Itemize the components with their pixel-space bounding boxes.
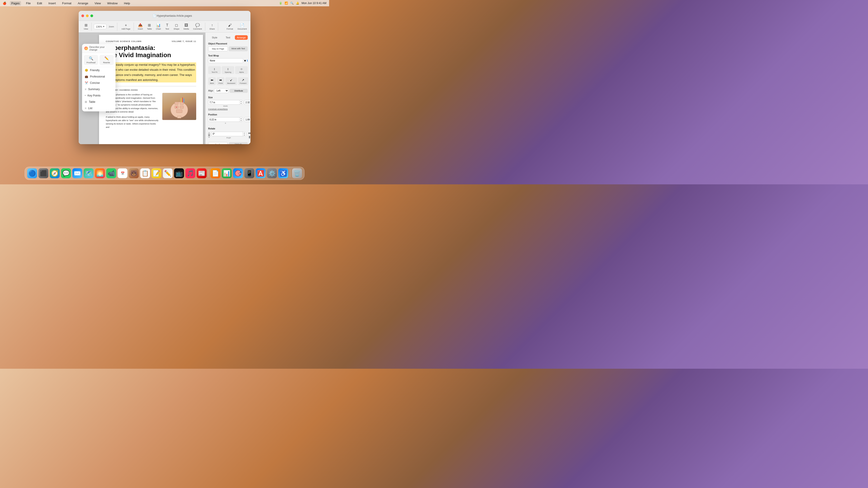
summary-option[interactable]: ≡ Summary <box>82 86 116 92</box>
comment-button[interactable]: 💬 Comment <box>191 22 204 31</box>
dock-launchpad[interactable]: ⬛ <box>38 168 49 178</box>
menu-help[interactable]: Help <box>123 1 131 5</box>
table-button[interactable]: ⊞ Table <box>145 22 154 31</box>
dock-appletv[interactable]: 📺 <box>174 168 184 178</box>
friendly-option[interactable]: 😊 Friendly <box>82 67 116 73</box>
dock-pages[interactable]: 📄 <box>211 168 220 178</box>
dock-finder[interactable]: 🔵 <box>27 168 37 178</box>
minimize-button[interactable] <box>86 14 89 17</box>
tab-arrange[interactable]: Arrange <box>235 35 248 40</box>
menu-arrange[interactable]: Arrange <box>76 1 90 5</box>
front-button[interactable]: ➡ Front <box>217 77 225 85</box>
dock-mirror[interactable]: 📱 <box>244 168 254 178</box>
add-page-button[interactable]: + Add Page <box>120 22 132 31</box>
tab-text[interactable]: Text <box>221 35 235 40</box>
rotation-dial[interactable] <box>208 132 210 138</box>
proofread-button[interactable]: 🔍 Proofread <box>84 55 98 65</box>
app-toolbar: ⊞ View 136% ▾ Zoom + Add Page <box>79 21 250 33</box>
x-input[interactable] <box>209 118 239 122</box>
dock-calendar[interactable]: 📅 <box>118 168 127 178</box>
tab-style[interactable]: Style <box>208 35 221 40</box>
width-up-stepper[interactable]: ▲ <box>239 100 243 102</box>
dock-appstore[interactable]: 🅰️ <box>256 168 266 178</box>
view-button[interactable]: ⊞ View <box>82 22 90 31</box>
alpha-button[interactable]: ○ Alpha <box>235 66 248 74</box>
zoom-label-btn[interactable]: Zoom <box>107 25 116 29</box>
width-down-stepper[interactable]: ▼ <box>239 102 243 104</box>
professional-option[interactable]: 💼 Professional <box>82 73 116 80</box>
rewrite-button[interactable]: ✏️ Rewrite <box>99 55 114 65</box>
doc-header-row: COGNITIVE SCIENCE COLUMN VOLUME 7, ISSUE… <box>106 40 196 43</box>
spacing-button[interactable]: ↕ Spacing <box>222 66 235 74</box>
angle-up-stepper[interactable]: ▲ <box>243 132 246 134</box>
dock-facetime[interactable]: 📹 <box>106 168 116 178</box>
chart-button[interactable]: 📊 Chart <box>154 22 163 31</box>
fit-spacing-alpha-section: ↕ Text Fit ↕ Spacing ○ Alpha <box>208 66 248 74</box>
dock-bear[interactable]: 🐻 <box>129 168 139 178</box>
x-down-stepper[interactable]: ▼ <box>239 120 243 122</box>
x-up-stepper[interactable]: ▲ <box>239 118 243 120</box>
dock-accessibility[interactable]: ♿ <box>278 168 288 178</box>
width-input[interactable] <box>209 101 239 104</box>
doc-image: ♥ <box>162 93 196 120</box>
menu-format[interactable]: Format <box>61 1 73 5</box>
dock-mail[interactable]: ✉️ <box>72 168 82 178</box>
forward-label: Forward <box>240 82 246 84</box>
menu-insert[interactable]: Insert <box>47 1 57 5</box>
format-icon: 🖌 <box>228 23 232 27</box>
constrain-proportions[interactable]: Constrain proportions <box>208 108 248 110</box>
back-button[interactable]: ⬅ Back <box>208 77 216 85</box>
menu-edit[interactable]: Edit <box>36 1 43 5</box>
dock-music[interactable]: 🎵 <box>185 168 195 178</box>
dock-photos[interactable]: 🌅 <box>95 168 105 178</box>
document-button[interactable]: 📄 Document <box>236 22 249 31</box>
forward-button[interactable]: ↗ Forward <box>238 77 248 85</box>
dock-messages[interactable]: 💬 <box>61 168 71 178</box>
angle-down-stepper[interactable]: ▼ <box>243 134 246 136</box>
concise-option[interactable]: ✂️ Concise <box>82 80 116 86</box>
menu-pages[interactable]: Pages <box>10 1 21 5</box>
dock-reminders[interactable]: 📋 <box>140 168 150 178</box>
dock-safari[interactable]: 🧭 <box>50 168 60 178</box>
menubar-notification[interactable]: 🔔 <box>296 2 299 5</box>
table-option[interactable]: ⊞ Table <box>82 99 116 105</box>
backward-button[interactable]: ↙ Backward <box>225 77 237 85</box>
unlock-button[interactable]: Unlock <box>229 142 248 144</box>
menu-view[interactable]: View <box>93 1 102 5</box>
maximize-button[interactable] <box>90 14 93 17</box>
dock-keynote[interactable]: 🎯 <box>233 168 243 178</box>
document-area: ✦ Describe your change 🔍 Proofread ✏️ Re… <box>79 33 205 144</box>
stay-on-page-button[interactable]: Stay on Page <box>208 46 228 51</box>
media-button[interactable]: 🖼 Media <box>182 22 191 31</box>
close-button[interactable] <box>81 14 84 17</box>
doc-byline: WRITTEN BY: XIAOMENG ZHONG <box>106 89 196 91</box>
share-button[interactable]: ↑ Share <box>208 22 217 31</box>
text-fit-button[interactable]: ↕ Text Fit <box>208 66 221 74</box>
insert-button[interactable]: 📥 Insert <box>136 22 145 31</box>
menubar-search[interactable]: 🔍 <box>290 2 293 5</box>
lock-button[interactable]: Lock <box>208 142 228 144</box>
key-points-option[interactable]: • Key Points <box>82 92 116 99</box>
y-input[interactable] <box>244 118 250 122</box>
zoom-control[interactable]: 136% ▾ <box>94 24 106 29</box>
dock-numbers[interactable]: 📊 <box>222 168 232 178</box>
dock-maps[interactable]: 🗺️ <box>84 168 94 178</box>
shape-button[interactable]: ◻ Shape <box>172 22 181 31</box>
list-option[interactable]: ≡ List <box>82 105 116 111</box>
text-button[interactable]: T Text <box>163 22 171 31</box>
dock-settings[interactable]: ⚙️ <box>267 168 277 178</box>
angle-input[interactable] <box>212 132 243 136</box>
height-input[interactable] <box>244 101 250 104</box>
dock-freeform[interactable]: ✏️ <box>163 168 173 178</box>
dock-news[interactable]: 📰 <box>197 168 207 178</box>
distribute-button[interactable]: Distribute <box>230 89 248 93</box>
dock-notes[interactable]: 📝 <box>151 168 161 178</box>
move-with-text-button[interactable]: Move with Text <box>229 46 248 51</box>
dock-trash[interactable]: 🗑️ <box>292 168 302 178</box>
menu-file[interactable]: File <box>25 1 32 5</box>
menu-window[interactable]: Window <box>106 1 119 5</box>
format-button[interactable]: 🖌 Format <box>225 22 235 31</box>
apple-menu[interactable]: 🍎 <box>3 2 6 5</box>
wrap-select[interactable]: None <box>208 58 243 63</box>
align-select[interactable]: Left Center Right <box>214 88 229 93</box>
